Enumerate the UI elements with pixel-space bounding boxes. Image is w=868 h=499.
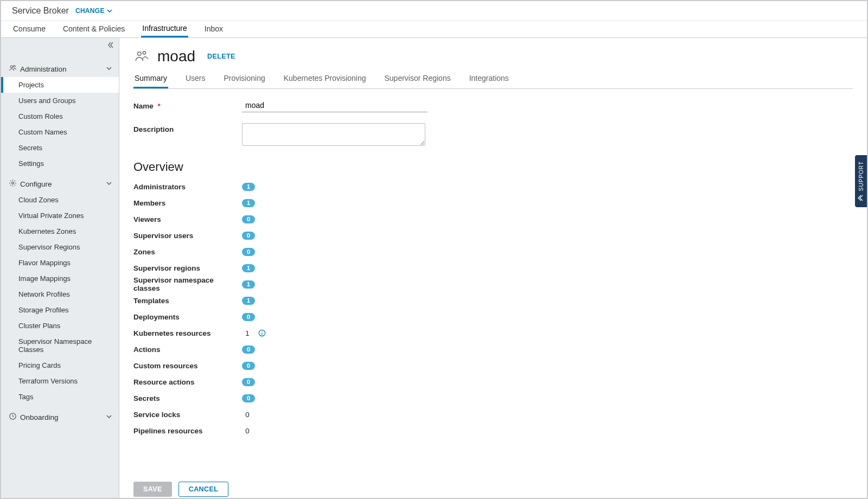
sidebar-item-custom-roles[interactable]: Custom Roles [1,108,119,124]
overview-value: 1 [242,296,255,305]
sidebar-item-settings[interactable]: Settings [1,156,119,171]
overview-row-members: Members1 [133,195,853,211]
page-title: moad [157,48,195,65]
sidebar-item-supervisor-regions[interactable]: Supervisor Regions [1,239,119,255]
sidebar-section-configure[interactable]: Configure [1,175,119,192]
svg-point-0 [10,66,12,68]
svg-point-5 [143,52,145,54]
overview-heading: Overview [133,160,853,174]
overview-row-service-locks: Service locks0 [133,406,853,423]
cancel-button[interactable]: CANCEL [178,482,228,497]
overview-label: Custom resources [133,362,242,370]
footer-actions: SAVE CANCEL [119,477,867,499]
overview-row-zones: Zones0 [133,244,853,260]
change-label: CHANGE [75,7,105,15]
overview-row-actions: Actions0 [133,341,853,357]
change-product-link[interactable]: CHANGE [75,7,112,15]
tab-integrations[interactable]: Integrations [468,71,510,88]
overview-value: 1 [242,329,253,337]
overview-row-deployments: Deployments0 [133,309,853,325]
overview-label: Supervisor users [133,232,242,240]
sidebar-item-flavor-mappings[interactable]: Flavor Mappings [1,255,119,271]
sidebar-section-onboarding[interactable]: Onboarding [1,408,119,425]
overview-value: 0 [242,378,255,386]
sidebar-item-kubernetes-zones[interactable]: Kubernetes Zones [1,223,119,239]
name-label: Name * [133,100,242,110]
sidebar-item-terraform-versions[interactable]: Terraform Versions [1,373,119,389]
page-header: moad DELETE [133,48,853,65]
overview-label: Viewers [133,215,242,223]
svg-point-4 [138,52,142,56]
overview-label: Resource actions [133,378,242,386]
overview-row-administrators: Administrators1 [133,178,853,195]
overview-label: Secrets [133,394,242,402]
description-label: Description [133,123,242,133]
sidebar-item-network-profiles[interactable]: Network Profiles [1,286,119,302]
primary-tab-inbox[interactable]: Inbox [203,22,224,37]
admin-icon [9,64,17,74]
sidebar-item-storage-profiles[interactable]: Storage Profiles [1,302,119,318]
save-button[interactable]: SAVE [133,482,172,497]
sidebar-item-custom-names[interactable]: Custom Names [1,124,119,140]
svg-point-2 [12,182,14,184]
overview-value: 0 [242,427,253,435]
tab-kubernetes-provisioning[interactable]: Kubernetes Provisioning [283,71,367,88]
overview-value: 0 [242,247,255,256]
sidebar: AdministrationProjectsUsers and GroupsCu… [1,38,119,499]
overview-label: Administrators [133,183,242,191]
product-name: Service Broker [12,6,69,16]
overview-value: 1 [242,199,255,207]
tab-supervisor-regions[interactable]: Supervisor Regions [384,71,452,88]
primary-tab-consume[interactable]: Consume [12,22,47,37]
description-textarea[interactable] [242,123,425,146]
primary-tab-content-policies[interactable]: Content & Policies [62,22,126,37]
overview-row-templates: Templates1 [133,292,853,309]
tab-users[interactable]: Users [184,71,207,88]
overview-value: 0 [242,411,253,419]
svg-point-1 [14,66,15,67]
overview-value: 0 [242,215,255,223]
delete-button[interactable]: DELETE [207,53,235,60]
overview-row-custom-resources: Custom resources0 [133,357,853,374]
sidebar-item-tags[interactable]: Tags [1,389,119,405]
overview-label: Supervisor regions [133,264,242,272]
overview-label: Service locks [133,411,242,419]
primary-tab-infrastructure[interactable]: Infrastructure [141,22,188,37]
gear-icon [9,179,17,189]
sidebar-item-virtual-private-zones[interactable]: Virtual Private Zones [1,208,119,223]
svg-point-8 [261,331,263,332]
sidebar-section-label: Administration [20,65,67,73]
sidebar-item-cloud-zones[interactable]: Cloud Zones [1,192,119,208]
tab-summary[interactable]: Summary [133,71,168,88]
sidebar-item-supervisor-namespace-classes[interactable]: Supervisor Namespace Classes [1,334,119,357]
overview-value: 0 [242,345,255,354]
name-input[interactable] [242,100,427,112]
detail-tabs: SummaryUsersProvisioningKubernetes Provi… [133,71,853,89]
overview-label: Templates [133,297,242,305]
overview-label: Actions [133,346,242,354]
clock-icon [9,412,17,422]
overview-row-supervisor-users: Supervisor users0 [133,227,853,244]
overview-value: 0 [242,394,255,402]
sidebar-item-cluster-plans[interactable]: Cluster Plans [1,318,119,334]
overview-label: Kubernetes resources [133,329,242,337]
sidebar-item-users-and-groups[interactable]: Users and Groups [1,93,119,108]
sidebar-item-projects[interactable]: Projects [1,77,119,93]
overview-label: Members [133,199,242,207]
support-tab[interactable]: SUPPORT [855,155,867,207]
name-label-text: Name [133,102,154,110]
overview-row-viewers: Viewers0 [133,211,853,227]
overview-label: Zones [133,248,242,256]
sidebar-item-pricing-cards[interactable]: Pricing Cards [1,357,119,373]
sidebar-item-image-mappings[interactable]: Image Mappings [1,271,119,286]
content-area: moad DELETE SummaryUsersProvisioningKube… [119,38,867,499]
overview-value: 0 [242,231,255,240]
sidebar-item-secrets[interactable]: Secrets [1,140,119,156]
overview-value: 0 [242,361,255,370]
chevron-down-icon [106,65,112,73]
collapse-sidebar-icon[interactable] [107,41,114,50]
overview-label: Supervisor namespace classes [133,276,242,292]
tab-provisioning[interactable]: Provisioning [222,71,266,88]
sidebar-section-administration[interactable]: Administration [1,60,119,77]
info-icon[interactable] [258,329,266,337]
